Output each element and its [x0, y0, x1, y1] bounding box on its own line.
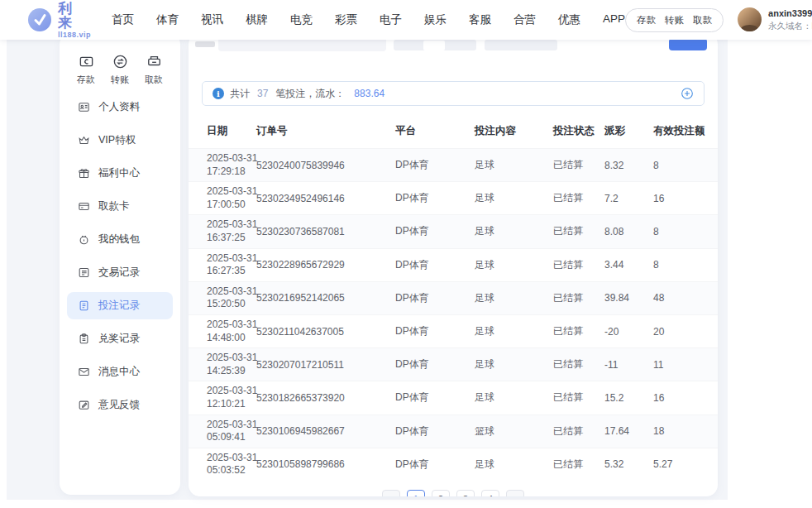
cell-date: 2025-03-31	[207, 152, 255, 165]
quick-action-deposit[interactable]: 存款	[77, 54, 95, 86]
info-icon: i	[213, 88, 224, 99]
brand-logo[interactable]: 利来 ll188.vip	[27, 2, 91, 39]
cell-time: 16:37:25	[207, 232, 255, 245]
nav-partner[interactable]: 合营	[513, 12, 536, 27]
quick-action-transfer[interactable]: 转账	[111, 54, 129, 86]
quick-action-label: 存款	[77, 74, 95, 86]
main-panel: i 共计37笔投注，流水：883.64 日期 订单号 平台 投注内容 投注状态 …	[189, 33, 718, 496]
cell-content: 足球	[475, 215, 553, 248]
expand-plus-icon[interactable]	[681, 87, 694, 100]
cell-platform: DP体育	[395, 182, 475, 215]
quick-action-label: 转账	[111, 74, 129, 86]
brand-name: 利来	[58, 2, 91, 30]
sidebar-item-transactions[interactable]: 交易记录	[67, 259, 173, 286]
page-button-1[interactable]: 1	[407, 490, 425, 496]
table-row: 2025-03-3117:29:18 5230240075839946 DP体育…	[189, 149, 718, 182]
sidebar-item-redeem-records[interactable]: 兑奖记录	[67, 325, 173, 352]
cell-order: 5230106945982667	[256, 415, 395, 448]
nav-sports[interactable]: 体育	[156, 12, 179, 27]
nav-cards[interactable]: 棋牌	[246, 12, 268, 27]
page-button-2[interactable]: 2	[432, 490, 450, 496]
cell-platform: DP体育	[395, 415, 475, 448]
cell-valid: 18	[653, 415, 718, 448]
table-row: 2025-03-3112:10:21 5230182665373920 DP体育…	[189, 381, 718, 415]
page-button-3[interactable]: 3	[456, 490, 475, 496]
table-row: 2025-03-3105:03:52 5230105898799686 DP体育…	[189, 448, 718, 481]
table-row: 2025-03-3115:20:50 5230216952142065 DP体育…	[189, 281, 718, 314]
cell-date: 2025-03-31	[207, 218, 255, 232]
gift-icon	[78, 167, 90, 180]
sidebar-item-withdraw-card[interactable]: 取款卡	[67, 193, 173, 220]
filter-view-toggle[interactable]	[394, 40, 476, 50]
cell-valid: 48	[653, 281, 718, 314]
cell-order: 5230228965672929	[256, 248, 395, 281]
cell-time: 12:10:21	[207, 398, 255, 411]
sidebar-item-wallet[interactable]: 我的钱包	[67, 226, 173, 253]
cell-content: 足球	[475, 281, 553, 314]
filter-type-toggle[interactable]	[485, 40, 557, 50]
brand-logo-icon	[27, 7, 52, 32]
nav-lottery[interactable]: 彩票	[335, 12, 357, 27]
sidebar-item-label: 福利中心	[98, 166, 140, 180]
nav-slots[interactable]: 电子	[380, 12, 402, 27]
cell-status: 已结算	[553, 415, 604, 448]
prev-page-button[interactable]: ‹	[382, 490, 400, 496]
nav-promo[interactable]: 优惠	[558, 12, 580, 27]
nav-service[interactable]: 客服	[469, 12, 491, 27]
sidebar-item-vip[interactable]: VIP特权	[67, 127, 173, 154]
cell-payout: 17.64	[604, 415, 653, 448]
table-row: 2025-03-3114:48:00 5230211042637005 DP体育…	[189, 314, 718, 347]
withdraw-icon	[146, 54, 162, 69]
nav-esports[interactable]: 电竞	[290, 12, 313, 27]
sidebar-item-profile[interactable]: 个人资料	[67, 93, 173, 121]
filter-order-input[interactable]	[218, 40, 386, 51]
avatar[interactable]	[738, 7, 762, 31]
cell-content: 足球	[475, 348, 553, 381]
col-payout: 派彩	[604, 114, 653, 149]
bank-card-icon	[78, 200, 90, 213]
pill-deposit-button[interactable]: 存款	[637, 14, 656, 26]
sidebar-quick-actions: 存款 转账 取款	[60, 33, 180, 86]
quick-action-withdraw[interactable]: 取款	[145, 54, 163, 86]
cell-valid: 20	[653, 314, 718, 347]
cell-platform: DP体育	[395, 248, 475, 281]
id-card-icon	[78, 101, 90, 113]
nav-app[interactable]: APP	[603, 12, 625, 27]
cell-order: 5230230736587081	[256, 215, 395, 248]
cell-time: 05:09:41	[207, 431, 255, 444]
cell-status: 已结算	[553, 182, 604, 215]
cell-order: 5230216952142065	[256, 281, 395, 314]
cell-time: 17:00:50	[207, 199, 255, 212]
cell-payout: 8.32	[604, 149, 653, 182]
sidebar-item-messages[interactable]: 消息中心	[67, 358, 173, 386]
table-row: 2025-03-3116:37:25 5230230736587081 DP体育…	[189, 215, 718, 248]
cell-date: 2025-03-31	[207, 452, 255, 465]
cell-content: 足球	[475, 149, 553, 182]
sidebar-item-label: 个人资料	[98, 100, 140, 114]
cell-valid: 8	[653, 149, 718, 182]
page-button-4[interactable]: 4	[481, 490, 499, 496]
search-button[interactable]	[669, 39, 707, 50]
nav-live[interactable]: 视讯	[201, 12, 223, 27]
top-header: 利来 ll188.vip 首页 体育 视讯 棋牌 电竞 彩票 电子 娱乐 客服 …	[0, 0, 812, 40]
sidebar-item-bet-records[interactable]: 投注记录	[67, 292, 173, 319]
nav-entertainment[interactable]: 娱乐	[424, 12, 447, 27]
main-nav: 首页 体育 视讯 棋牌 电竞 彩票 电子 娱乐 客服 合营 优惠 APP	[112, 12, 625, 27]
summary-banner: i 共计37笔投注，流水：883.64	[202, 81, 705, 106]
feedback-icon	[78, 399, 90, 411]
cell-valid: 11	[653, 348, 718, 381]
next-page-button[interactable]: ›	[506, 490, 524, 496]
sidebar-item-feedback[interactable]: 意见反馈	[67, 391, 173, 419]
col-status: 投注状态	[553, 114, 604, 149]
cell-platform: DP体育	[395, 381, 475, 415]
cell-time: 05:03:52	[207, 464, 255, 477]
cell-payout: 3.44	[604, 248, 653, 281]
nav-home[interactable]: 首页	[112, 12, 134, 27]
pill-transfer-button[interactable]: 转账	[665, 14, 684, 26]
col-order: 订单号	[256, 114, 395, 149]
cell-content: 篮球	[475, 415, 553, 448]
sidebar-item-welfare[interactable]: 福利中心	[67, 160, 173, 187]
sidebar-item-label: VIP特权	[98, 133, 136, 147]
pill-withdraw-button[interactable]: 取款	[693, 14, 712, 26]
cell-valid: 8	[653, 248, 718, 281]
